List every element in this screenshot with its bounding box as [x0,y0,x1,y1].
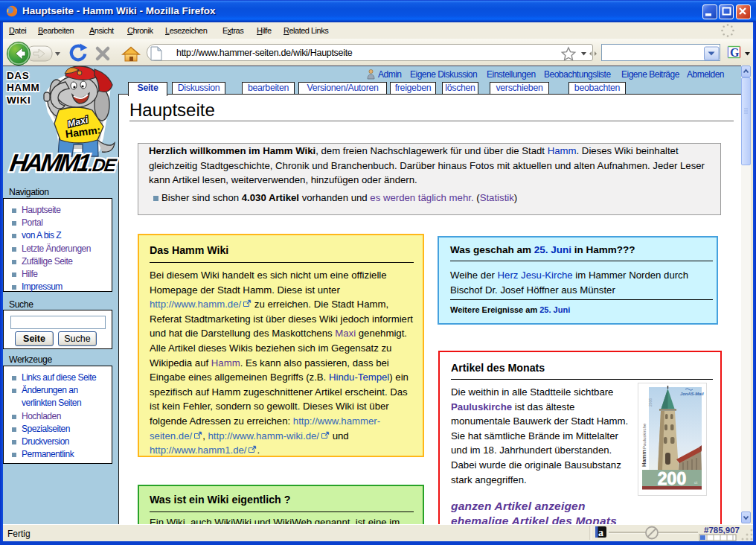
svg-text:JonAS-Mail: JonAS-Mail [680,392,704,396]
svg-text:Hamm: Hamm [641,450,647,467]
svg-text:HAMM1.DE: HAMM1.DE [8,149,119,176]
svg-text:DAS: DAS [7,70,29,81]
svg-text:2006: 2006 [648,398,653,407]
svg-text:#785,907: #785,907 [704,526,740,535]
svg-text:G: G [730,46,740,59]
svg-text:a: a [598,527,603,538]
svg-text:Pauluskirche: Pauluskirche [642,423,647,449]
svg-text:HAMM: HAMM [7,82,39,93]
svg-text:200: 200 [658,469,686,488]
svg-text:WIKI: WIKI [7,95,31,106]
svg-text:ct: ct [694,480,698,485]
